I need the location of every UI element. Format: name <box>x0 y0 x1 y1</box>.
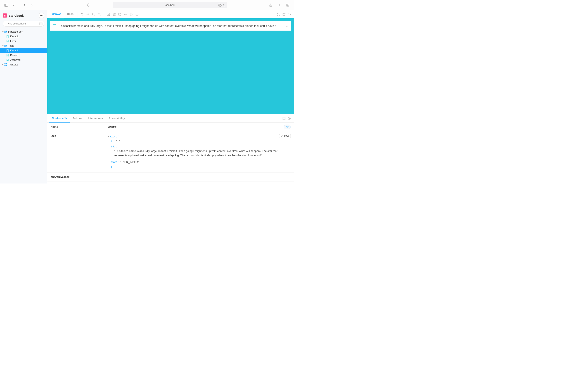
svg-rect-22 <box>6 64 7 64</box>
zoom-reset-icon[interactable] <box>98 13 101 16</box>
reload-icon[interactable] <box>223 4 226 7</box>
svg-point-11 <box>5 23 6 24</box>
open-external-icon[interactable] <box>283 13 285 16</box>
panel-position-icon[interactable] <box>283 117 285 120</box>
svg-rect-14 <box>6 31 7 32</box>
tree-item-label: TaskList <box>8 63 18 66</box>
column-name: Name <box>51 125 108 128</box>
background-icon[interactable] <box>107 13 110 16</box>
svg-rect-4 <box>287 4 288 5</box>
a11y-icon[interactable] <box>136 13 139 16</box>
svg-rect-37 <box>114 13 115 14</box>
svg-rect-7 <box>288 5 289 6</box>
search-icon <box>5 22 6 25</box>
control-row-onarchive: onArchiveTask - <box>47 173 294 182</box>
svg-rect-41 <box>120 14 121 16</box>
tree-item-label: Archived <box>10 58 21 61</box>
tree-story[interactable]: Pinned <box>0 53 47 58</box>
svg-line-12 <box>6 24 6 24</box>
tab-interactions[interactable]: Interactions <box>85 114 106 123</box>
tree-story[interactable]: Archived <box>0 58 47 62</box>
viewport-icon[interactable] <box>118 13 122 16</box>
svg-rect-21 <box>4 64 5 64</box>
column-control: Control <box>108 125 284 128</box>
task-title: This task's name is absurdly large. In f… <box>59 24 282 27</box>
star-icon[interactable]: ★ <box>285 24 288 28</box>
tree-component[interactable]: ▼Task <box>0 43 47 48</box>
addons-panel: Controls (1) Actions Interactions Access… <box>47 114 294 184</box>
outline-icon[interactable] <box>130 13 133 16</box>
svg-rect-19 <box>4 46 5 47</box>
tab-controls[interactable]: Controls (1) <box>49 114 70 123</box>
svg-rect-20 <box>6 46 7 47</box>
close-panel-icon[interactable] <box>288 117 291 120</box>
tree-item-label: Error <box>10 40 16 43</box>
shield-icon[interactable] <box>86 2 91 8</box>
remount-icon[interactable] <box>81 13 84 16</box>
grid-icon[interactable] <box>113 13 116 16</box>
forward-icon[interactable] <box>29 2 35 8</box>
url-bar[interactable]: localhost <box>113 2 227 8</box>
control-row-task: task RAW ▼task : { id : "1" title : "Thi… <box>47 131 294 173</box>
task-item: This task's name is absurdly large. In f… <box>50 21 291 31</box>
sidebar-menu-button[interactable] <box>39 13 44 18</box>
tree-story[interactable]: Default <box>0 34 47 39</box>
raw-toggle-button[interactable]: RAW <box>279 134 291 138</box>
component-icon <box>4 44 7 47</box>
svg-point-35 <box>108 13 108 14</box>
svg-rect-24 <box>6 65 7 66</box>
tree-story[interactable]: Error <box>0 39 47 43</box>
control-row-onpin: onPinTask - <box>47 182 294 184</box>
tab-docs[interactable]: Docs <box>64 10 76 18</box>
tree-item-label: Pinned <box>10 54 18 57</box>
component-icon <box>4 30 7 33</box>
zoom-in-icon[interactable] <box>86 13 90 16</box>
tree-story[interactable]: Default <box>0 48 47 53</box>
tab-canvas[interactable]: Canvas <box>49 10 64 18</box>
tab-overview-icon[interactable] <box>285 2 291 8</box>
translate-icon[interactable] <box>218 4 222 7</box>
back-icon[interactable] <box>22 2 27 8</box>
tab-accessibility[interactable]: Accessibility <box>106 114 128 123</box>
chevron-down-icon[interactable] <box>11 2 16 8</box>
search-field[interactable] <box>8 22 38 25</box>
svg-rect-6 <box>287 5 288 6</box>
measure-icon[interactable] <box>124 13 127 16</box>
brand-title: Storybook <box>9 14 24 17</box>
control-name: task <box>51 134 108 137</box>
caret-icon: ▼ <box>2 45 4 47</box>
object-tree[interactable]: ▼task : { id : "1" title : "This task's … <box>108 134 291 169</box>
fullscreen-icon[interactable] <box>277 13 280 16</box>
task-checkbox[interactable] <box>53 25 56 27</box>
sidebar-toggle-icon[interactable] <box>3 2 9 8</box>
tree-component[interactable]: ▶TaskList <box>0 62 47 67</box>
component-tree: ▼InboxScreenDefaultError▼TaskDefaultPinn… <box>0 29 47 67</box>
new-tab-icon[interactable] <box>277 2 282 8</box>
url-text: localhost <box>165 3 175 7</box>
svg-rect-13 <box>4 31 5 32</box>
tree-component[interactable]: ▼InboxScreen <box>0 29 47 34</box>
svg-rect-18 <box>6 45 7 46</box>
story-icon <box>6 54 9 57</box>
caret-icon: ▼ <box>2 31 4 33</box>
svg-rect-15 <box>4 32 5 33</box>
search-input[interactable]: / <box>3 21 44 26</box>
tree-item-label: InboxScreen <box>8 30 23 33</box>
link-icon[interactable] <box>288 13 291 16</box>
svg-line-33 <box>100 15 101 16</box>
svg-point-9 <box>41 15 42 16</box>
svg-rect-36 <box>113 13 114 14</box>
share-icon[interactable] <box>268 2 274 8</box>
tab-actions[interactable]: Actions <box>70 114 85 123</box>
svg-point-8 <box>40 15 41 16</box>
zoom-out-icon[interactable] <box>92 13 95 16</box>
story-icon <box>6 35 9 38</box>
component-icon <box>4 63 7 66</box>
storybook-root: S Storybook / ▼InboxScreenDefaultError▼T… <box>0 10 294 184</box>
svg-rect-39 <box>114 15 115 16</box>
storybook-logo: S <box>3 13 7 17</box>
svg-line-26 <box>88 15 89 16</box>
svg-rect-5 <box>288 4 289 5</box>
story-icon <box>6 49 9 52</box>
reset-controls-button[interactable] <box>284 125 291 129</box>
